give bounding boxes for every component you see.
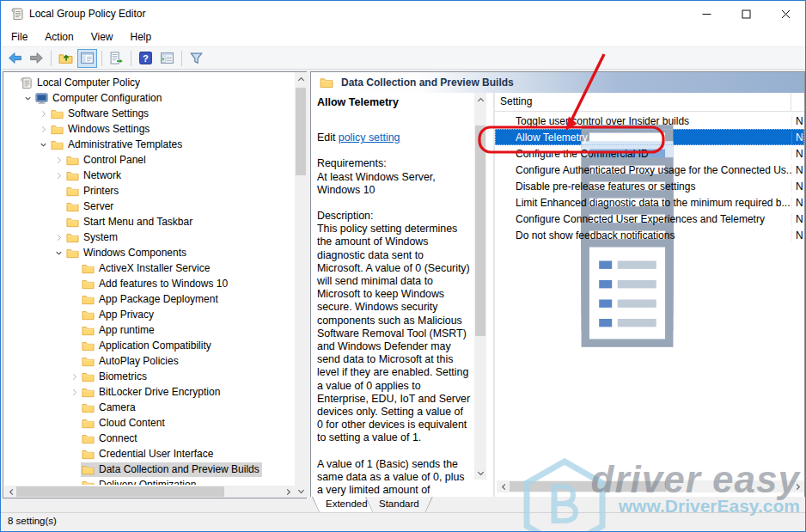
tree-item-activex-installer-service[interactable]: ActiveX Installer Service	[4, 260, 293, 276]
tree-item-cloud-content[interactable]: Cloud Content	[4, 415, 293, 431]
folder-icon	[82, 417, 95, 430]
chevron-down-icon[interactable]	[21, 92, 34, 105]
tree-item-system[interactable]: System	[4, 229, 293, 245]
tree-item-application-compatibility[interactable]: Application Compatibility	[4, 338, 293, 353]
chevron-right-icon[interactable]	[68, 370, 81, 383]
scroll-up-arrow[interactable]	[476, 95, 485, 105]
policy-setting-icon	[498, 229, 511, 242]
chevron-right-icon[interactable]	[37, 123, 50, 136]
tree-item-start-menu-and-taskbar[interactable]: Start Menu and Taskbar	[4, 214, 293, 229]
tree-item-label: ActiveX Installer Service	[99, 262, 210, 274]
chevron-down-icon[interactable]	[52, 247, 65, 260]
description-vertical-scrollbar[interactable]	[474, 93, 486, 480]
chevron-right-icon[interactable]	[52, 231, 65, 244]
tree-item-autoplay-policies[interactable]: AutoPlay Policies	[4, 353, 293, 369]
scroll-thumb[interactable]	[475, 125, 485, 336]
tree-item-computer-configuration[interactable]: Computer Configuration	[4, 90, 293, 106]
policy-setting-icon	[498, 147, 511, 160]
help-button[interactable]	[136, 49, 156, 68]
filter-button[interactable]	[186, 49, 206, 68]
folder-icon	[51, 138, 64, 151]
expander-spacer	[68, 339, 81, 352]
settings-list: Toggle user control over Insider buildsN…	[495, 113, 804, 370]
export-list-button[interactable]	[107, 49, 126, 68]
expander-spacer	[68, 401, 81, 414]
tree-item-windows-components[interactable]: Windows Components	[4, 245, 293, 260]
list-horizontal-scrollbar[interactable]	[497, 480, 804, 492]
tree-item-label: Network	[83, 169, 121, 181]
tree-item-app-privacy[interactable]: App Privacy	[4, 307, 293, 322]
minimize-button[interactable]	[687, 1, 726, 27]
close-button[interactable]	[766, 1, 805, 27]
show-console-tree-button[interactable]	[77, 49, 97, 68]
menu-help[interactable]: Help	[122, 28, 161, 46]
list-column-headers: Setting	[495, 93, 804, 112]
tree-item-software-settings[interactable]: Software Settings	[4, 106, 293, 121]
setting-row-configure-authenticated-proxy-usage-for-the-connected-us[interactable]: Configure Authenticated Proxy usage for …	[495, 162, 804, 178]
scroll-down-arrow[interactable]	[296, 486, 305, 496]
up-one-level-button[interactable]	[56, 49, 76, 68]
setting-row-disable-pre-release-features-or-settings[interactable]: Disable pre-release features or settings…	[495, 178, 804, 194]
back-button[interactable]	[5, 49, 25, 68]
tree-item-network[interactable]: Network	[4, 168, 293, 183]
scroll-left-arrow[interactable]	[6, 487, 16, 496]
tab-standard[interactable]: Standard	[365, 497, 433, 513]
maximize-button[interactable]	[726, 1, 766, 27]
minimize-icon	[701, 9, 712, 20]
tree-item-server[interactable]: Server	[4, 199, 293, 214]
scroll-up-arrow[interactable]	[296, 74, 305, 84]
tree-item-add-features-to-windows-10[interactable]: Add features to Windows 10	[4, 276, 293, 291]
tree-item-data-collection-and-preview-builds[interactable]: Data Collection and Preview Builds	[4, 462, 293, 477]
scroll-thumb[interactable]	[296, 88, 306, 175]
tree-item-administrative-templates[interactable]: Administrative Templates	[4, 137, 293, 152]
folder-icon	[82, 324, 95, 337]
chevron-down-icon[interactable]	[37, 138, 50, 151]
setting-row-configure-connected-user-experiences-and-telemetry[interactable]: Configure Connected User Experiences and…	[495, 211, 804, 227]
setting-row-do-not-show-feedback-notifications[interactable]: Do not show feedback notificationsN	[495, 227, 804, 243]
setting-row-configure-the-commercial-id[interactable]: Configure the Commercial IDN	[495, 145, 804, 162]
chevron-right-icon[interactable]	[37, 107, 50, 120]
scroll-thumb[interactable]	[510, 481, 666, 492]
setting-row-limit-enhanced-diagnostic-data-to-the-minimum-required-b[interactable]: Limit Enhanced diagnostic data to the mi…	[495, 194, 804, 211]
tree-item-camera[interactable]: Camera	[4, 400, 293, 415]
tree-item-bitlocker-drive-encryption[interactable]: BitLocker Drive Encryption	[4, 384, 293, 400]
menu-file[interactable]: File	[3, 28, 36, 46]
tree-item-printers[interactable]: Printers	[4, 183, 293, 199]
expander-spacer	[68, 417, 81, 430]
tree-item-app-package-deployment[interactable]: App Package Deployment	[4, 291, 293, 307]
tree-item-local-computer-policy[interactable]: Local Computer Policy	[4, 75, 293, 90]
tree-item-biometrics[interactable]: Biometrics	[4, 369, 293, 384]
show-window-list-button[interactable]	[157, 49, 177, 68]
expander-spacer	[68, 293, 81, 306]
tree-item-delivery-optimization[interactable]: Delivery Optimization	[4, 477, 293, 485]
forward-button[interactable]	[27, 49, 46, 68]
tree-item-label: Start Menu and Taskbar	[83, 216, 192, 228]
scroll-thumb[interactable]	[16, 486, 224, 497]
scroll-down-arrow[interactable]	[476, 468, 485, 478]
scroll-right-arrow[interactable]	[792, 482, 803, 491]
scroll-right-arrow[interactable]	[283, 487, 293, 496]
folder-icon	[66, 200, 79, 213]
setting-row-allow-telemetry[interactable]: Allow TelemetryN	[495, 129, 804, 145]
setting-label: Configure Authenticated Proxy usage for …	[516, 164, 791, 176]
chevron-right-icon[interactable]	[68, 386, 81, 399]
tree-horizontal-scrollbar[interactable]	[4, 486, 295, 498]
tree-item-app-runtime[interactable]: App runtime	[4, 322, 293, 338]
tree-item-windows-settings[interactable]: Windows Settings	[4, 121, 293, 137]
menu-action[interactable]: Action	[36, 28, 82, 46]
state-column-header[interactable]	[791, 93, 804, 111]
menu-view[interactable]: View	[82, 28, 122, 46]
tree-item-connect[interactable]: Connect	[4, 431, 293, 446]
chevron-right-icon[interactable]	[52, 169, 65, 182]
tree-vertical-scrollbar[interactable]	[295, 72, 307, 498]
setting-column-header[interactable]: Setting	[495, 93, 791, 111]
policy-setting-link[interactable]: policy setting	[339, 131, 400, 144]
setting-row-toggle-user-control-over-insider-builds[interactable]: Toggle user control over Insider buildsN	[495, 113, 804, 129]
tree-item-credential-user-interface[interactable]: Credential User Interface	[4, 446, 293, 462]
chevron-right-icon[interactable]	[52, 154, 65, 167]
scroll-left-arrow[interactable]	[498, 482, 509, 491]
folder-icon	[51, 107, 64, 120]
tree-item-label: App Privacy	[99, 309, 154, 321]
toolbar-separator	[131, 51, 131, 66]
tree-item-control-panel[interactable]: Control Panel	[4, 152, 293, 168]
